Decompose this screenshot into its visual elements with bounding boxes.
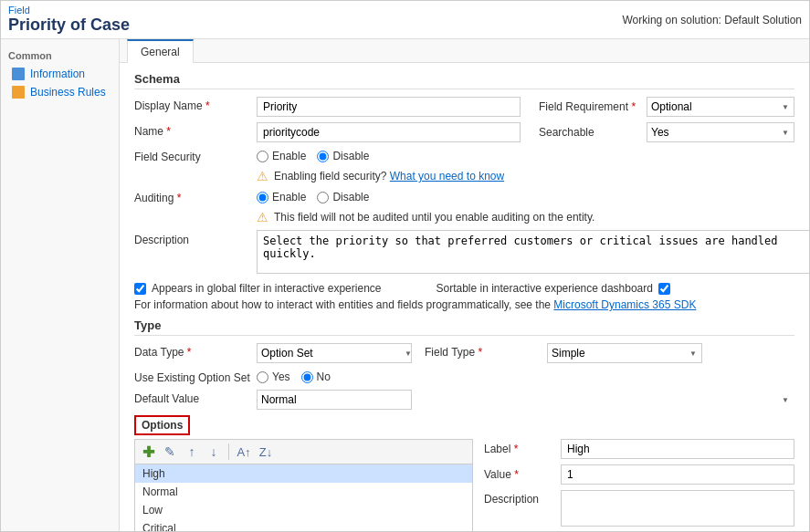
name-value: [257, 122, 521, 142]
default-value-value: Normal High Low Critical: [257, 390, 794, 410]
schema-top-row: Display Name Name: [134, 97, 794, 148]
detail-label-input[interactable]: [561, 439, 794, 459]
field-type-label: Field Type: [425, 343, 543, 359]
global-filter-checkbox[interactable]: [134, 283, 146, 295]
auditing-enable-radio[interactable]: [257, 192, 268, 203]
sdk-link[interactable]: Microsoft Dynamics 365 SDK: [553, 298, 696, 311]
field-requirement-label: Field Requirement: [539, 100, 639, 113]
field-security-disable[interactable]: Disable: [317, 150, 369, 162]
auditing-enable[interactable]: Enable: [257, 191, 306, 203]
use-existing-label: Use Existing Option Set: [134, 369, 253, 384]
detail-label-field-label: Label: [484, 443, 557, 455]
data-type-dropdown[interactable]: Option Set: [257, 343, 412, 363]
data-type-value: Option Set: [257, 343, 417, 363]
detail-value-input[interactable]: [561, 464, 794, 485]
tab-bar: General: [120, 39, 809, 63]
field-type-row: Field Type Simple: [425, 343, 689, 363]
sidebar-item-information-label: Information: [30, 68, 85, 80]
sidebar-common-label: Common: [1, 47, 119, 65]
filter-sortable-row: Appears in global filter in interactive …: [134, 282, 794, 295]
auditing-disable[interactable]: Disable: [317, 191, 369, 203]
detail-label-row: Label: [484, 439, 794, 459]
page-title: Priority of Case: [8, 16, 130, 35]
use-existing-yes[interactable]: Yes: [257, 370, 290, 383]
field-security-enable-radio[interactable]: [257, 151, 268, 162]
content-area: General Schema Display Name: [120, 39, 809, 531]
description-input[interactable]: Select the priority so that preferred cu…: [257, 230, 809, 274]
move-down-button[interactable]: ↓: [204, 443, 224, 461]
options-header: Options: [134, 415, 190, 435]
display-name-input[interactable]: [257, 97, 521, 117]
global-filter-col: Appears in global filter in interactive …: [134, 282, 381, 295]
field-type-dropdown[interactable]: Simple: [547, 343, 702, 363]
use-existing-yes-radio[interactable]: [257, 371, 268, 383]
use-existing-no-radio[interactable]: [301, 371, 313, 383]
detail-description-input[interactable]: [561, 490, 794, 527]
searchable-dropdown-wrapper: Yes No: [647, 122, 794, 142]
programmatic-info: For information about how to interact wi…: [134, 298, 794, 311]
field-security-value: Enable Disable: [257, 148, 794, 162]
field-security-enable[interactable]: Enable: [257, 150, 306, 162]
schema-left: Display Name Name: [134, 97, 521, 148]
tab-general[interactable]: General: [127, 39, 194, 63]
options-toolbar: ✚ ✎ ↑ ↓: [134, 439, 473, 464]
option-item-high[interactable]: High: [135, 464, 472, 483]
auditing-info-text: This field will not be audited until you…: [274, 211, 594, 224]
field-security-radio-group: Enable Disable: [257, 148, 794, 162]
sortable-checkbox[interactable]: [658, 283, 670, 295]
add-option-button[interactable]: ✚: [138, 443, 158, 461]
breadcrumb[interactable]: Field: [8, 5, 130, 16]
toolbar-separator: [228, 443, 229, 460]
business-rules-icon: [12, 86, 25, 99]
options-list: High Normal Low Critical: [134, 464, 473, 531]
field-requirement-dropdown[interactable]: Optional Business Required Business Reco…: [647, 97, 794, 117]
field-security-warning-row: ⚠ Enabling field security? What you need…: [257, 169, 794, 183]
add-icon: ✚: [142, 443, 154, 461]
sort-asc-button[interactable]: A↑: [234, 443, 254, 461]
field-security-link[interactable]: What you need to know: [390, 170, 504, 183]
description-row: Description Select the priority so that …: [134, 230, 794, 276]
auditing-info-icon: ⚠: [257, 210, 268, 224]
auditing-row: Auditing Enable Disable: [134, 189, 794, 204]
use-existing-no-label: No: [317, 370, 331, 383]
searchable-dropdown[interactable]: Yes No: [647, 122, 794, 142]
sidebar-item-business-rules-label: Business Rules: [30, 86, 106, 99]
use-existing-no[interactable]: No: [301, 370, 331, 383]
sidebar-item-business-rules[interactable]: Business Rules: [1, 83, 119, 101]
use-existing-value: Yes No: [257, 369, 794, 383]
auditing-info-row: ⚠ This field will not be audited until y…: [257, 210, 794, 224]
move-up-button[interactable]: ↑: [182, 443, 202, 461]
field-type-dropdown-wrapper: Simple: [547, 343, 702, 363]
auditing-radio-group: Enable Disable: [257, 189, 794, 203]
field-requirement-row: Field Requirement Optional Business Requ…: [539, 97, 794, 117]
type-header: Type: [134, 318, 794, 336]
sort-asc-icon: A↑: [237, 445, 250, 459]
auditing-enable-label: Enable: [272, 191, 306, 203]
searchable-row: Searchable Yes No: [539, 122, 794, 142]
auditing-disable-label: Disable: [332, 191, 369, 203]
move-up-icon: ↑: [189, 444, 195, 459]
edit-option-button[interactable]: ✎: [160, 443, 180, 461]
option-item-normal[interactable]: Normal: [135, 483, 472, 501]
top-bar: Field Priority of Case Working on soluti…: [1, 1, 809, 39]
options-detail-panel: Label Value Description: [484, 439, 794, 531]
default-value-dropdown[interactable]: Normal High Low Critical: [257, 390, 412, 410]
description-value: Select the priority so that preferred cu…: [257, 230, 809, 276]
auditing-disable-radio[interactable]: [317, 192, 329, 203]
name-input[interactable]: [257, 122, 521, 142]
detail-description-field-label: Description: [484, 490, 557, 506]
sort-desc-button[interactable]: Z↓: [256, 443, 276, 461]
option-item-low[interactable]: Low: [135, 501, 472, 519]
name-row: Name: [134, 122, 521, 142]
form-content: Schema Display Name Name: [120, 63, 809, 531]
use-existing-yes-label: Yes: [272, 370, 290, 383]
sidebar: Common Information Business Rules: [1, 39, 120, 531]
name-label: Name: [134, 122, 253, 138]
field-security-disable-radio[interactable]: [317, 151, 329, 162]
option-item-critical[interactable]: Critical: [135, 519, 472, 531]
information-icon: [12, 68, 25, 80]
field-security-disable-label: Disable: [332, 150, 369, 162]
type-rows: Data Type Option Set Field Type: [134, 343, 794, 369]
field-security-enable-label: Enable: [272, 150, 306, 162]
sidebar-item-information[interactable]: Information: [1, 65, 119, 83]
